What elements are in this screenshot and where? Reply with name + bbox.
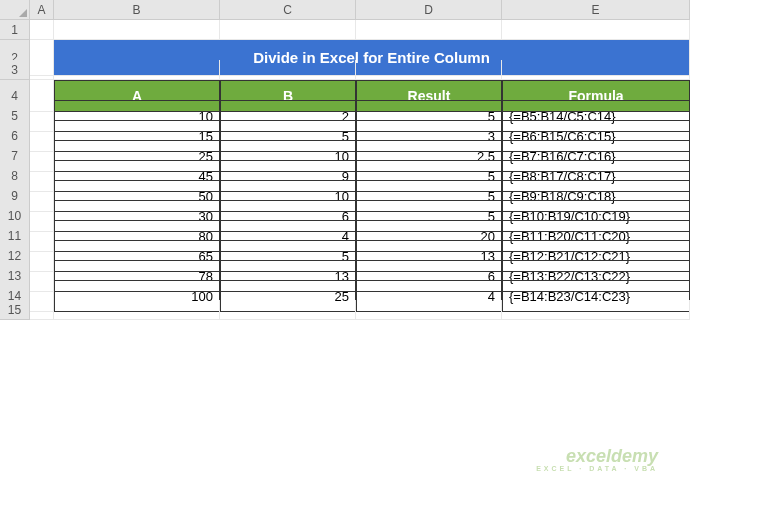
- cell[interactable]: [356, 20, 502, 40]
- col-header-D[interactable]: D: [356, 0, 502, 20]
- col-header-A[interactable]: A: [30, 0, 54, 20]
- cell[interactable]: [502, 300, 690, 320]
- col-header-C[interactable]: C: [220, 0, 356, 20]
- cell[interactable]: [356, 60, 502, 80]
- select-all-corner[interactable]: [0, 0, 30, 20]
- cell[interactable]: [54, 300, 220, 320]
- cell[interactable]: [220, 300, 356, 320]
- row-header-15[interactable]: 15: [0, 300, 30, 320]
- cell[interactable]: [502, 60, 690, 80]
- col-header-E[interactable]: E: [502, 0, 690, 20]
- watermark: exceldemy EXCEL · DATA · VBA: [536, 447, 658, 472]
- cell[interactable]: [30, 300, 54, 320]
- watermark-tag: EXCEL · DATA · VBA: [536, 465, 658, 472]
- cell[interactable]: [30, 20, 54, 40]
- spreadsheet-grid: A B C D E 1 2 Divide in Excel for Entire…: [0, 0, 768, 320]
- row-header-1[interactable]: 1: [0, 20, 30, 40]
- cell[interactable]: [54, 20, 220, 40]
- cell[interactable]: [220, 60, 356, 80]
- col-header-B[interactable]: B: [54, 0, 220, 20]
- cell[interactable]: [30, 60, 54, 80]
- cell[interactable]: [54, 60, 220, 80]
- row-header-3[interactable]: 3: [0, 60, 30, 80]
- cell[interactable]: [502, 20, 690, 40]
- watermark-brand: exceldemy: [566, 446, 658, 466]
- cell[interactable]: [356, 300, 502, 320]
- cell[interactable]: [220, 20, 356, 40]
